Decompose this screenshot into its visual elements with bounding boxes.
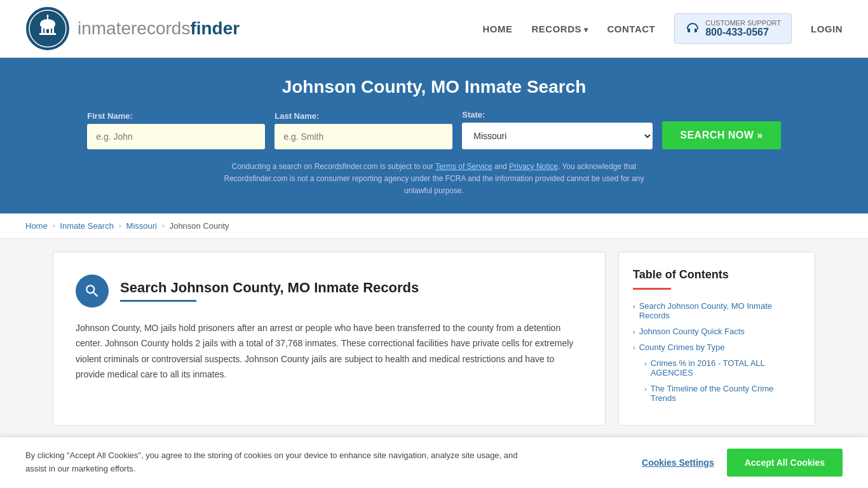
breadcrumb-sep-1: ›	[53, 222, 55, 229]
table-of-contents: Table of Contents ›Search Johnson County…	[618, 252, 815, 426]
search-button[interactable]: SEARCH NOW »	[662, 121, 780, 149]
state-group: State: AlabamaAlaskaArizonaArkansasCalif…	[462, 110, 653, 149]
support-number: 800-433-0567	[705, 27, 781, 38]
first-name-group: First Name:	[87, 111, 265, 149]
logo-icon	[25, 6, 70, 51]
support-label: CUSTOMER SUPPORT	[705, 19, 781, 27]
first-name-input[interactable]	[87, 124, 265, 149]
toc-item: ›Search Johnson County, MO Inmate Record…	[633, 301, 801, 320]
privacy-link[interactable]: Privacy Notice	[509, 162, 558, 171]
title-underline	[120, 300, 196, 302]
toc-list: ›Search Johnson County, MO Inmate Record…	[633, 301, 801, 403]
toc-chevron-icon: ›	[633, 302, 635, 310]
state-select[interactable]: AlabamaAlaskaArizonaArkansasCaliforniaCo…	[462, 123, 653, 149]
main-content: Search Johnson County, MO Inmate Records…	[27, 252, 841, 426]
section-body: Johnson County, MO jails hold prisoners …	[76, 320, 583, 383]
toc-link[interactable]: ›The Timeline of the County Crime Trends	[644, 384, 801, 403]
cookie-banner: By clicking "Accept All Cookies", you ag…	[0, 437, 868, 438]
headset-icon	[685, 21, 700, 36]
search-icon	[84, 283, 100, 299]
nav-login[interactable]: LOGIN	[811, 24, 843, 34]
toc-chevron-icon: ›	[633, 344, 635, 351]
svg-rect-5	[44, 25, 46, 33]
breadcrumb-sep-2: ›	[119, 222, 121, 229]
last-name-label: Last Name:	[275, 111, 319, 121]
toc-link[interactable]: ›Johnson County Quick Facts	[633, 327, 801, 336]
svg-rect-6	[49, 25, 51, 33]
svg-rect-3	[40, 24, 55, 25]
svg-rect-4	[41, 25, 43, 33]
svg-rect-7	[52, 25, 54, 33]
content-article: Search Johnson County, MO Inmate Records…	[53, 252, 606, 426]
toc-item: ›County Crimes by Type	[633, 342, 801, 352]
toc-link[interactable]: ›Search Johnson County, MO Inmate Record…	[633, 301, 801, 320]
state-label: State:	[462, 110, 485, 119]
search-disclaimer: Conducting a search on Recordsfinder.com…	[212, 161, 656, 198]
nav-home[interactable]: HOME	[482, 24, 512, 34]
last-name-input[interactable]	[275, 124, 452, 149]
search-icon-circle	[76, 274, 109, 308]
tos-link[interactable]: Terms of Service	[435, 162, 492, 171]
toc-item: ›Crimes % in 2016 - TOTAL ALL AGENCIES	[644, 358, 801, 377]
svg-rect-8	[39, 33, 56, 35]
breadcrumb-state[interactable]: Missouri	[126, 221, 157, 231]
toc-item: ›Johnson County Quick Facts	[633, 327, 801, 336]
logo-text: inmaterecordsfinder	[78, 18, 240, 39]
toc-link[interactable]: ›County Crimes by Type	[633, 342, 801, 352]
toc-chevron-icon: ›	[644, 360, 647, 367]
toc-chevron-icon: ›	[633, 328, 635, 336]
breadcrumb-home[interactable]: Home	[25, 221, 48, 231]
first-name-label: First Name:	[87, 111, 133, 121]
breadcrumb: Home › Inmate Search › Missouri › Johnso…	[0, 214, 868, 239]
toc-chevron-icon: ›	[644, 385, 647, 393]
toc-title: Table of Contents	[633, 268, 801, 281]
section-title: Search Johnson County, MO Inmate Records	[120, 280, 419, 296]
site-header: inmaterecordsfinder HOME RECORDS CONTACT…	[0, 0, 868, 58]
breadcrumb-current: Johnson County	[170, 221, 229, 231]
records-chevron-icon	[584, 24, 588, 34]
logo-area: inmaterecordsfinder	[25, 6, 240, 51]
nav-records[interactable]: RECORDS	[531, 24, 588, 34]
hero-banner: Johnson County, MO Inmate Search First N…	[0, 58, 868, 214]
page-title: Johnson County, MO Inmate Search	[25, 77, 843, 97]
breadcrumb-sep-3: ›	[162, 222, 165, 229]
nav-contact[interactable]: CONTACT	[607, 24, 656, 34]
section-header: Search Johnson County, MO Inmate Records	[76, 274, 583, 308]
support-button[interactable]: CUSTOMER SUPPORT 800-433-0567	[674, 13, 792, 44]
toc-item: ›The Timeline of the County Crime Trends	[644, 384, 801, 403]
main-nav: HOME RECORDS CONTACT CUSTOMER SUPPORT 80…	[482, 13, 843, 44]
last-name-group: Last Name:	[275, 111, 452, 149]
toc-link[interactable]: ›Crimes % in 2016 - TOTAL ALL AGENCIES	[644, 358, 801, 377]
search-form: First Name: Last Name: State: AlabamaAla…	[25, 110, 843, 149]
toc-underline	[633, 288, 671, 290]
breadcrumb-inmate-search[interactable]: Inmate Search	[60, 221, 114, 231]
